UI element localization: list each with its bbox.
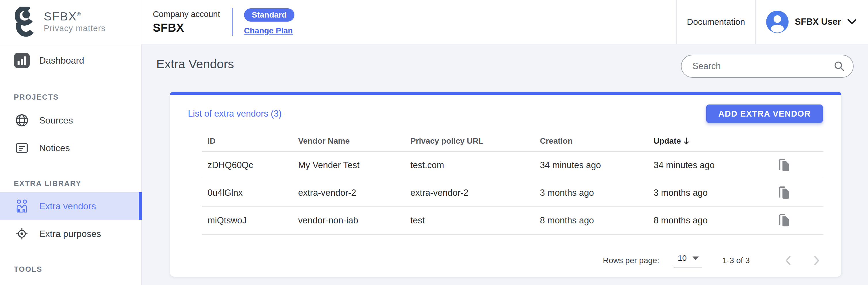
company-account-texts: Company account SFBX [153,9,220,34]
rows-per-page-value: 10 [678,254,687,263]
vendors-card: List of extra vendors (3) ADD EXTRA VEND… [170,92,841,277]
change-plan-link[interactable]: Change Plan [244,26,293,35]
bar-chart-icon [14,53,30,68]
target-icon [14,226,30,242]
company-account-label: Company account [153,9,220,19]
plan-badge: Standard [244,8,294,22]
card-header: List of extra vendors (3) ADD EXTRA VEND… [170,95,841,131]
sidebar-item-label: Notices [39,143,70,153]
cell-privacy-policy-url: test.com [410,160,540,170]
cell-update: 8 months ago [654,215,776,226]
dropdown-caret-icon [692,256,699,260]
search-icon[interactable] [834,60,853,72]
cell-id: zDHQ60Qc [208,160,298,170]
rows-per-page-select[interactable]: 10 [674,254,702,267]
copy-icon [777,185,791,201]
documentation-link[interactable]: Documentation [676,0,756,44]
user-name: SFBX User [795,17,841,27]
top-header: SFBX® Privacy matters Company account SF… [0,0,868,44]
registered-mark: ® [77,11,82,17]
sidebar-section-tools: TOOLS [0,265,141,274]
copy-id-button[interactable] [776,157,792,173]
globe-icon [14,112,30,128]
main-content: Extra Vendors List of extra vendors (3) … [142,44,868,285]
add-extra-vendor-button[interactable]: ADD EXTRA VENDOR [706,104,823,123]
cell-creation: 3 months ago [540,188,654,198]
cell-creation: 8 months ago [540,215,654,226]
user-avatar-icon [766,11,788,33]
cell-update: 34 minutes ago [654,160,776,170]
sort-desc-icon [683,137,689,145]
cell-id: miQtswoJ [208,215,298,226]
sidebar-item-sources[interactable]: Sources [0,106,141,134]
pagination: Rows per page: 10 1-3 of 3 [603,254,823,267]
sidebar-item-extra-vendors[interactable]: Extra vendors [0,192,141,220]
sidebar-item-label: Dashboard [39,55,84,66]
column-header-id[interactable]: ID [208,136,298,146]
brand-logo[interactable]: SFBX® Privacy matters [0,0,141,44]
table-header-row: ID Vendor Name Privacy policy URL Creati… [202,131,824,152]
people-icon [14,198,30,214]
column-header-creation[interactable]: Creation [540,136,654,146]
table-row[interactable]: zDHQ60Qc My Vender Test test.com 34 minu… [202,152,824,179]
header-right: Documentation SFBX User [676,0,868,44]
copy-id-button[interactable] [776,213,792,229]
previous-page-button[interactable] [782,254,795,267]
company-account-block: Company account SFBX Standard Change Pla… [141,0,294,44]
cell-vendor-name: vendor-non-iab [298,215,410,226]
search-box [681,55,854,78]
cell-creation: 34 minutes ago [540,160,654,170]
column-header-update-label: Update [654,136,681,146]
copy-icon [777,213,791,228]
sfbx-logo-icon [15,7,36,37]
sidebar-item-notices[interactable]: Notices [0,134,141,162]
sidebar-item-label: Sources [39,115,73,126]
brand-text: SFBX® Privacy matters [44,11,105,33]
sidebar-section-projects: PROJECTS [0,93,141,101]
table-row[interactable]: 0u4lGlnx extra-vendor-2 extra-vendor-2 3… [202,179,824,207]
sidebar-item-label: Extra vendors [39,201,96,212]
next-page-button[interactable] [810,254,823,267]
documentation-label: Documentation [687,17,745,27]
page-title: Extra Vendors [156,57,234,71]
sidebar: Dashboard PROJECTS Sources [0,44,142,285]
copy-icon [777,157,791,173]
brand-name: SFBX [44,10,77,23]
company-account-name: SFBX [153,21,220,34]
app-root: SFBX® Privacy matters Company account SF… [0,0,868,285]
plan-block: Standard Change Plan [244,8,294,35]
vertical-divider [232,8,232,36]
cell-vendor-name: extra-vendor-2 [298,188,410,198]
pagination-range: 1-3 of 3 [722,256,750,265]
sidebar-item-dashboard[interactable]: Dashboard [0,46,141,74]
article-icon [14,140,30,156]
chevron-left-icon [783,255,793,266]
search-input[interactable] [682,61,834,71]
cell-update: 3 months ago [654,188,776,198]
table-row[interactable]: miQtswoJ vendor-non-iab test 8 months ag… [202,207,824,234]
sidebar-section-extra-library: EXTRA LIBRARY [0,179,141,188]
chevron-right-icon [812,255,822,266]
user-menu[interactable]: SFBX User [756,0,868,44]
column-header-update[interactable]: Update [654,136,776,146]
brand-tagline: Privacy matters [44,24,105,33]
sidebar-item-label: Extra purposes [39,229,101,239]
column-header-privacy-policy-url[interactable]: Privacy policy URL [410,136,540,146]
cell-id: 0u4lGlnx [208,188,298,198]
cell-privacy-policy-url: extra-vendor-2 [410,188,540,198]
rows-per-page-label: Rows per page: [603,256,659,265]
cell-privacy-policy-url: test [410,215,540,226]
column-header-vendor-name[interactable]: Vendor Name [298,136,410,146]
vendors-table: ID Vendor Name Privacy policy URL Creati… [202,131,824,234]
cell-vendor-name: My Vender Test [298,160,410,170]
copy-id-button[interactable] [776,185,792,201]
chevron-down-icon [847,19,857,25]
sidebar-item-extra-purposes[interactable]: Extra purposes [0,220,141,248]
list-title-link[interactable]: List of extra vendors (3) [188,108,282,119]
